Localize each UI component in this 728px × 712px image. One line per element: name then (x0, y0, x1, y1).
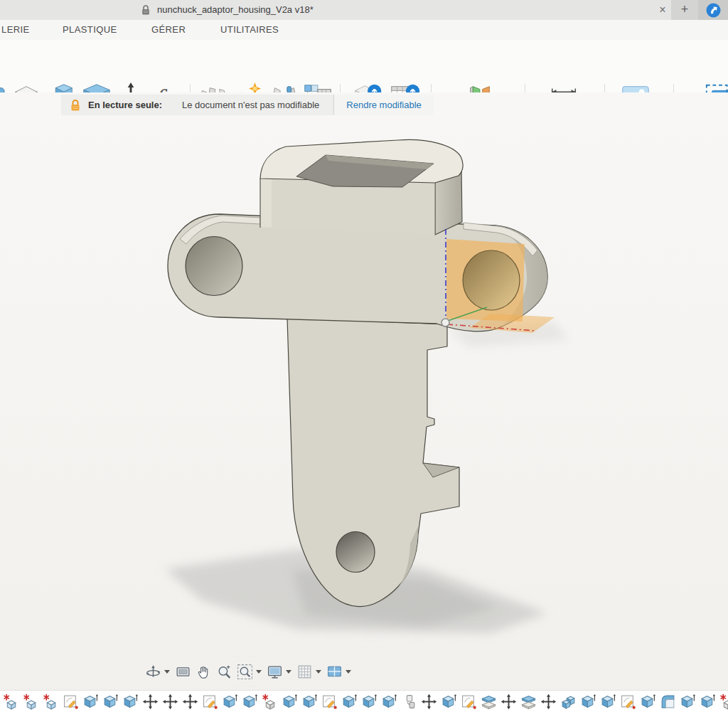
orbit-icon[interactable] (144, 663, 162, 681)
sketch-icon[interactable] (461, 694, 477, 710)
fusion-logo-icon (706, 3, 721, 18)
extrude-icon[interactable] (441, 694, 457, 710)
viewport-3d-canvas[interactable] (0, 92, 728, 712)
menu-tab-utilitaires[interactable]: UTILITAIRES (220, 20, 279, 40)
extrude-icon[interactable] (122, 694, 139, 710)
sketch-icon[interactable] (321, 694, 338, 710)
menu-tab-gerer[interactable]: GÉRER (151, 20, 186, 40)
move-icon[interactable] (500, 694, 517, 710)
feature-timeline (0, 690, 728, 712)
title-bar: nunchuck_adaptor_housing_V2a v18* × + (0, 0, 728, 21)
ribbon-toolbar: fx MODIFIER (0, 40, 728, 93)
grid-and-snaps-icon[interactable] (296, 663, 314, 681)
component-asterisk-gray-icon[interactable] (719, 694, 728, 710)
extrude-icon[interactable] (341, 694, 358, 710)
read-only-banner: En lecture seule: Le document n'est pas … (61, 95, 434, 115)
move-icon[interactable] (182, 694, 198, 710)
move-icon[interactable] (142, 694, 159, 710)
read-only-message: Le document n'est pas modifiable (182, 100, 319, 110)
sketch-icon[interactable] (63, 694, 79, 710)
extrude-icon[interactable] (580, 694, 596, 710)
zoom-icon[interactable] (215, 663, 233, 681)
extrude-icon[interactable] (242, 694, 258, 710)
sketch-icon[interactable] (620, 694, 636, 710)
component-asterisk-icon[interactable] (3, 694, 19, 710)
dropdown-arrow-icon[interactable] (346, 670, 351, 674)
move-icon[interactable] (540, 694, 557, 710)
align-icon[interactable] (401, 694, 417, 710)
lock-icon (70, 99, 81, 112)
component-asterisk-gray-icon[interactable] (262, 694, 278, 710)
display-settings-icon[interactable] (266, 663, 284, 681)
component-asterisk-icon[interactable] (23, 694, 39, 710)
split-icon[interactable] (520, 694, 537, 710)
fit-icon[interactable] (236, 663, 254, 681)
extrude-icon[interactable] (102, 694, 119, 710)
viewports-icon[interactable] (326, 663, 343, 681)
shaft-hole (336, 532, 375, 573)
close-tab-icon[interactable]: × (654, 0, 671, 20)
extrude-icon[interactable] (361, 694, 378, 710)
extrude-icon[interactable] (680, 694, 696, 710)
dropdown-arrow-icon[interactable] (256, 670, 262, 674)
pan-icon[interactable] (195, 663, 213, 681)
view-navigation-bar (143, 662, 354, 681)
look-at-icon[interactable] (174, 663, 192, 681)
fusion-app-badge[interactable] (698, 0, 728, 20)
make-editable-link[interactable]: Rendre modifiable (334, 95, 434, 115)
move-icon[interactable] (421, 694, 437, 710)
extrude-icon[interactable] (282, 694, 298, 710)
dropdown-arrow-icon[interactable] (164, 670, 170, 674)
move-icon[interactable] (162, 694, 178, 710)
extrude-icon[interactable] (640, 694, 656, 710)
extrude-icon[interactable] (222, 694, 238, 710)
read-only-title: En lecture seule: (88, 100, 162, 110)
component-asterisk-icon[interactable] (43, 694, 59, 710)
extrude-icon[interactable] (381, 694, 397, 710)
split-icon[interactable] (481, 694, 497, 710)
menu-tab-plastique[interactable]: PLASTIQUE (63, 20, 117, 40)
dropdown-arrow-icon[interactable] (286, 670, 291, 674)
extrude-icon[interactable] (600, 694, 616, 710)
model-socket (260, 139, 463, 235)
document-lock-icon (140, 4, 151, 16)
fillet-icon[interactable] (660, 694, 676, 710)
menu-bar: LERIE PLASTIQUE GÉRER UTILITAIRES (0, 20, 728, 40)
extrude-icon[interactable] (82, 694, 99, 710)
menu-tab-tolerie[interactable]: LERIE (1, 20, 30, 40)
document-title: nunchuck_adaptor_housing_V2a v18* (157, 0, 314, 20)
extrude-icon[interactable] (301, 694, 318, 710)
new-tab-button[interactable]: + (671, 0, 698, 20)
extrude-icon[interactable] (700, 694, 716, 710)
arm-left-hole (186, 237, 242, 296)
dropdown-arrow-icon[interactable] (316, 670, 321, 674)
arm-right-hole[interactable] (463, 250, 520, 310)
origin-point[interactable] (441, 319, 449, 326)
sketch-icon[interactable] (202, 694, 218, 710)
combine-icon[interactable] (560, 694, 577, 710)
